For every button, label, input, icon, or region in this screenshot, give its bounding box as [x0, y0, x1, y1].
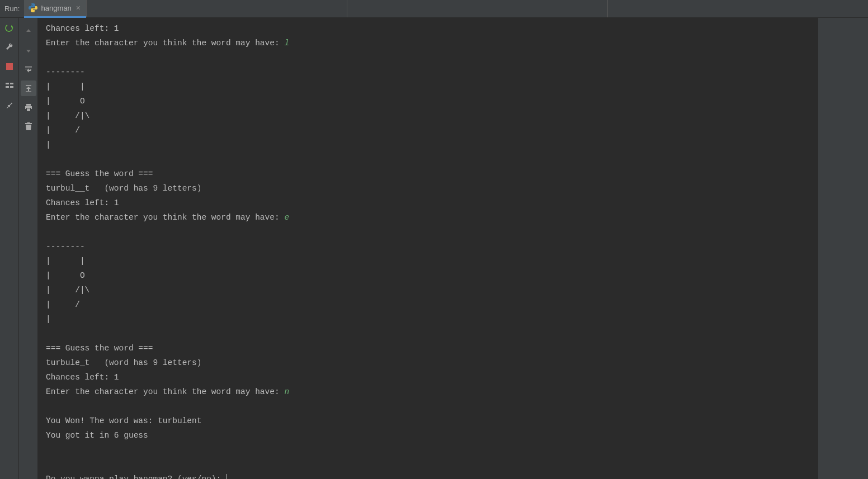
stop-icon[interactable]: [4, 61, 15, 72]
console-line: | /: [46, 297, 810, 312]
scrollbar-region[interactable]: [818, 18, 868, 479]
console-line: | /|\: [46, 108, 810, 123]
tab-label: hangman: [41, 4, 71, 12]
run-panel-header: Run: hangman ×: [0, 0, 868, 18]
svg-rect-4: [10, 86, 13, 88]
console-line: --------: [46, 65, 810, 79]
run-tab-hangman[interactable]: hangman ×: [24, 0, 86, 18]
console-line: turbul__t (word has 9 letters): [46, 181, 810, 196]
rerun-icon[interactable]: [4, 23, 15, 34]
header-section: [87, 0, 347, 17]
arrow-down-icon[interactable]: [21, 42, 36, 58]
run-label: Run:: [0, 4, 24, 13]
console-line: Chances left: 1: [46, 196, 810, 210]
console-line: [46, 225, 810, 239]
trash-icon[interactable]: [21, 118, 36, 134]
console-line: [46, 50, 810, 65]
console-line: Enter the character you think the word m…: [46, 210, 810, 225]
svg-rect-1: [6, 83, 9, 84]
console-line: [46, 152, 810, 167]
console-line: | O: [46, 268, 810, 283]
console-line: turbule_t (word has 9 letters): [46, 355, 810, 370]
console-line: === Guess the word ===: [46, 341, 810, 355]
console-line: Chances left: 1: [46, 21, 810, 36]
left-toolbar: [0, 18, 19, 479]
console-line: Enter the character you think the word m…: [46, 36, 810, 50]
scroll-to-end-icon[interactable]: [21, 80, 36, 96]
svg-rect-3: [6, 86, 9, 88]
console-line: |: [46, 312, 810, 326]
console-toolbar: [19, 18, 38, 479]
console-line: | |: [46, 254, 810, 268]
console-line: | /|\: [46, 283, 810, 297]
console-line: Enter the character you think the word m…: [46, 385, 810, 399]
console-line: You Won! The word was: turbulent: [46, 414, 810, 428]
console-line: [46, 399, 810, 414]
console-line: --------: [46, 239, 810, 254]
console-line: Chances left: 1: [46, 370, 810, 385]
console-line: [46, 457, 810, 472]
console-line: You got it in 6 guess: [46, 428, 810, 443]
header-section: [608, 0, 868, 17]
svg-rect-2: [10, 83, 13, 84]
print-icon[interactable]: [21, 99, 36, 115]
console-line: | /: [46, 123, 810, 137]
console-line: | O: [46, 94, 810, 108]
console-line: Do you wanna play hangman? (yes/no):: [46, 472, 810, 479]
layout-icon[interactable]: [4, 80, 15, 91]
pin-icon[interactable]: [4, 99, 15, 110]
header-section: [347, 0, 608, 17]
close-icon[interactable]: ×: [75, 3, 82, 12]
console-line: |: [46, 137, 810, 152]
arrow-up-icon[interactable]: [21, 23, 36, 39]
console-line: [46, 443, 810, 457]
console-line: === Guess the word ===: [46, 167, 810, 181]
console-line: | |: [46, 79, 810, 94]
console-output[interactable]: Chances left: 1Enter the character you t…: [38, 18, 818, 479]
wrench-icon[interactable]: [4, 42, 15, 53]
svg-rect-0: [6, 63, 13, 70]
console-line: [46, 326, 810, 341]
python-icon: [29, 3, 37, 12]
soft-wrap-icon[interactable]: [21, 61, 36, 77]
